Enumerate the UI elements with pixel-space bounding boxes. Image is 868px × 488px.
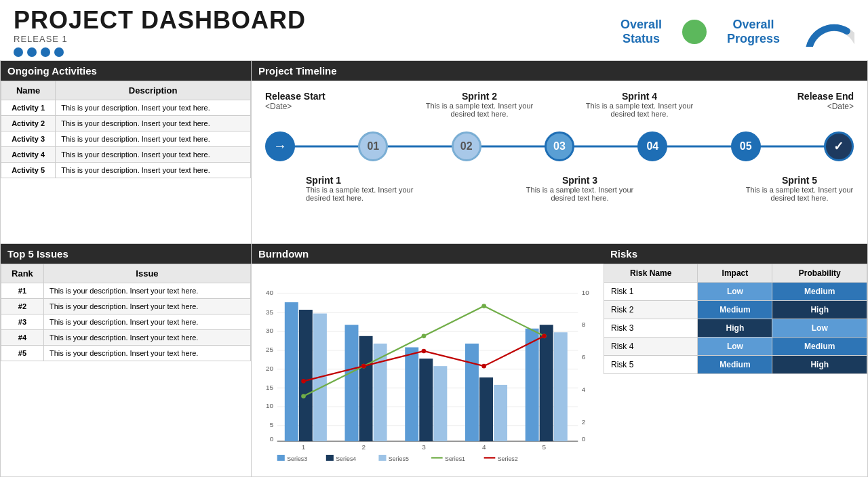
status-block: OverallStatus OverallProgress [620, 16, 854, 47]
issues-col-issue: Issue [43, 264, 250, 283]
overall-progress: OverallProgress [727, 18, 780, 46]
risks-col-probability: Probability [772, 264, 867, 282]
node-check: ✓ [824, 131, 854, 161]
risk-probability: High [772, 300, 867, 319]
issue-rank: #5 [1, 345, 44, 361]
burndown-section: Burndown 40 35 30 25 20 15 10 5 0 10 8 6… [251, 244, 604, 477]
svg-text:Series2: Series2 [498, 455, 518, 462]
svg-text:40: 40 [266, 288, 274, 296]
svg-text:4: 4 [582, 385, 586, 392]
svg-point-42 [481, 304, 486, 308]
risk-row: Risk 3 High Low [604, 319, 867, 337]
risks-header: Risks [604, 244, 867, 264]
risk-row: Risk 2 Medium High [604, 300, 867, 319]
node-03: 03 [545, 131, 574, 161]
issues-table: Rank Issue #1 This is your description. … [1, 264, 251, 361]
burndown-chart: 40 35 30 25 20 15 10 5 0 10 8 6 4 2 0 [258, 270, 597, 466]
top-issues-section: Top 5 Issues Rank Issue #1 This is your … [0, 244, 251, 477]
risk-name: Risk 2 [604, 300, 698, 319]
risks-col-impact: Impact [698, 264, 772, 282]
svg-rect-30 [405, 347, 418, 441]
sprint4-label-top: Sprint 4 This is a sample text. Insert y… [585, 91, 694, 118]
svg-text:6: 6 [582, 353, 586, 361]
activities-col-desc: Description [56, 81, 251, 100]
issue-row: #2 This is your description. Insert your… [1, 298, 251, 314]
burndown-header: Burndown [252, 244, 604, 264]
node-circle-05: 05 [731, 131, 761, 161]
dot-4 [54, 47, 64, 57]
risk-impact: Medium [698, 300, 772, 319]
release-start-label: Release Start <Date> [265, 91, 374, 118]
node-05: 05 [731, 131, 761, 161]
activities-col-name: Name [1, 81, 56, 100]
risk-row: Risk 5 Medium High [604, 355, 867, 373]
risk-name: Risk 4 [604, 337, 698, 355]
activity-desc: This is your description. Insert your te… [56, 146, 251, 162]
svg-text:Series1: Series1 [445, 455, 465, 462]
title-block: PROJECT DASHBOARD RELEASE 1 [14, 7, 620, 57]
svg-text:15: 15 [266, 383, 274, 390]
main-grid: Ongoing Activities Name Description Acti… [0, 60, 868, 477]
issue-rank: #1 [1, 283, 44, 298]
ongoing-activities-header: Ongoing Activities [1, 61, 251, 81]
svg-text:Series3: Series3 [287, 455, 307, 462]
risk-name: Risk 3 [604, 319, 698, 337]
svg-rect-32 [433, 366, 447, 441]
svg-point-39 [301, 394, 306, 399]
risk-impact: Low [698, 337, 772, 355]
svg-rect-33 [465, 344, 479, 441]
svg-text:5: 5 [542, 443, 547, 451]
risk-row: Risk 4 Low Medium [604, 337, 867, 355]
activity-row: Activity 4 This is your description. Ins… [1, 146, 251, 162]
progress-gauge [800, 16, 854, 47]
sprint1-label: Sprint 1 This is a sample text. Insert y… [306, 175, 414, 202]
activity-name: Activity 1 [1, 100, 56, 115]
svg-rect-54 [277, 455, 285, 461]
issues-col-rank: Rank [1, 264, 44, 283]
burndown-content: 40 35 30 25 20 15 10 5 0 10 8 6 4 2 0 [252, 264, 604, 473]
svg-text:2: 2 [361, 443, 366, 451]
release-end-label: Release End <Date> [745, 91, 854, 118]
node-circle-check: ✓ [824, 131, 854, 161]
header: PROJECT DASHBOARD RELEASE 1 OverallStatu… [0, 0, 868, 60]
svg-point-46 [422, 348, 427, 353]
timeline-top-labels: Release Start <Date> Sprint 2 This is a … [265, 91, 854, 118]
node-circle-01: 01 [358, 131, 388, 161]
activity-desc: This is your description. Insert your te… [56, 115, 251, 131]
activity-name: Activity 5 [1, 162, 56, 178]
issue-rank: #3 [1, 314, 44, 329]
svg-text:25: 25 [266, 346, 274, 353]
svg-text:35: 35 [266, 308, 274, 315]
issue-row: #5 This is your description. Insert your… [1, 345, 251, 361]
activities-table: Name Description Activity 1 This is your… [1, 81, 251, 178]
issue-desc: This is your description. Insert your te… [43, 329, 250, 345]
issue-rank: #4 [1, 329, 44, 345]
risk-row: Risk 1 Low Medium [604, 282, 867, 300]
overall-progress-label: OverallProgress [727, 18, 780, 46]
risk-probability: Medium [772, 337, 867, 355]
svg-rect-27 [345, 325, 359, 441]
svg-text:10: 10 [266, 402, 274, 409]
activity-name: Activity 2 [1, 115, 56, 131]
risk-probability: Medium [772, 282, 867, 300]
svg-rect-35 [494, 384, 507, 441]
timeline-bottom-labels: Sprint 1 This is a sample text. Insert y… [265, 175, 854, 202]
top-issues-header: Top 5 Issues [1, 244, 251, 264]
node-arrow: → [265, 131, 295, 161]
svg-text:5: 5 [270, 421, 274, 428]
issue-rank: #2 [1, 298, 44, 314]
arrow-circle: → [265, 131, 295, 161]
sprint3-label: Sprint 3 This is a sample text. Insert y… [526, 175, 634, 202]
activity-row: Activity 1 This is your description. Ins… [1, 100, 251, 115]
svg-point-48 [542, 333, 547, 338]
activity-row: Activity 3 This is your description. Ins… [1, 131, 251, 146]
main-title: PROJECT DASHBOARD [14, 7, 620, 34]
svg-rect-38 [554, 332, 568, 441]
svg-text:4: 4 [482, 443, 486, 451]
issue-desc: This is your description. Insert your te… [43, 283, 250, 298]
svg-text:20: 20 [266, 364, 274, 371]
timeline-header: Project Timeline [252, 61, 867, 81]
svg-text:2: 2 [582, 418, 586, 425]
activity-row: Activity 2 This is your description. Ins… [1, 115, 251, 131]
status-indicator [682, 20, 707, 44]
